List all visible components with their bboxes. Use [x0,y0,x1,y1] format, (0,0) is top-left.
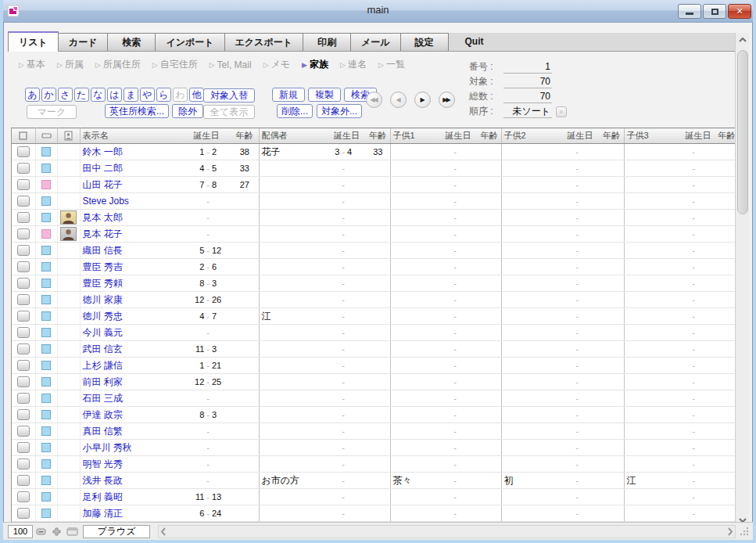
child3-birthday-field[interactable]: - [683,410,711,419]
display-name[interactable]: 伊達 政宗 [83,409,123,420]
record-button[interactable] [17,163,30,174]
child3-birthday-field[interactable]: - [683,229,711,239]
record-button[interactable] [17,245,30,256]
child2-birthday-field[interactable]: - [563,213,595,222]
child2-name-field[interactable] [501,275,561,292]
child3-birthday-field[interactable]: - [683,344,711,354]
tab-item[interactable]: 印刷 [303,33,351,51]
kana-filter-button[interactable]: ら [156,88,171,102]
zoom-in-button[interactable] [48,525,64,538]
spouse-name-field[interactable] [259,505,328,522]
duplicate-record-button[interactable]: 複製 [308,88,341,102]
mark-checkbox[interactable] [41,295,51,304]
mark-checkbox[interactable] [41,196,51,206]
child3-name-field[interactable] [624,177,680,193]
zoom-level-field[interactable]: 100 [8,525,33,538]
record-button[interactable] [17,311,30,322]
birthday-field[interactable]: 7-8 [185,180,226,189]
kana-filter-button[interactable]: や [140,88,155,102]
child3-name-field[interactable] [624,226,680,243]
child2-birthday-field[interactable]: - [563,147,595,156]
child1-name-field[interactable] [390,456,439,473]
mark-checkbox[interactable] [41,443,51,452]
child1-birthday-field[interactable]: - [441,476,473,485]
child2-name-field[interactable] [501,210,561,226]
mark-checkbox[interactable] [41,377,51,387]
mark-checkbox[interactable] [41,426,51,436]
english-address-search-button[interactable]: 英住所検索... [105,104,169,118]
spouse-birthday-field[interactable]: - [330,361,361,370]
birthday-field[interactable]: 12-25 [185,377,226,387]
display-name[interactable]: 見本 太郎 [83,212,123,223]
child2-name-field[interactable] [501,325,561,341]
spouse-name-field[interactable] [259,243,328,259]
spouse-birthday-field[interactable]: - [330,295,361,304]
child1-birthday-field[interactable]: - [441,164,473,173]
child1-birthday-field[interactable]: - [441,311,473,321]
mark-checkbox[interactable] [41,229,51,239]
spouse-name-field[interactable] [259,292,328,308]
child2-name-field[interactable] [501,292,561,308]
table-row[interactable]: 豊臣 秀吉 2-6 - - - - [12,259,737,275]
child1-birthday-field[interactable]: - [441,229,473,239]
child3-birthday-field[interactable]: - [683,361,711,370]
child1-birthday-field[interactable]: - [441,426,473,436]
mark-checkbox[interactable] [41,311,51,321]
birthday-field[interactable]: 11-3 [185,344,226,354]
table-row[interactable]: 真田 信繁 - - - - - [12,423,737,440]
tab-item[interactable]: 検索 [107,33,156,51]
delete-record-button[interactable]: 削除... [277,104,313,118]
birthday-field[interactable]: - [185,229,226,239]
birthday-field[interactable]: - [185,443,226,452]
mark-checkbox[interactable] [41,180,51,189]
spouse-name-field[interactable] [259,456,328,473]
child2-name-field[interactable] [501,423,561,440]
tab-item[interactable]: メール [350,33,401,51]
child1-name-field[interactable] [390,505,439,522]
birthday-field[interactable]: 2-6 [185,262,226,272]
record-button[interactable] [17,360,30,371]
display-name[interactable]: 小早川 秀秋 [83,442,132,453]
spouse-birthday-field[interactable]: - [330,344,361,354]
last-record-button[interactable]: ▶▶ [439,92,455,108]
birthday-field[interactable]: 4-5 [185,164,226,173]
mark-checkbox[interactable] [41,262,51,272]
mark-checkbox[interactable] [41,509,51,518]
record-button[interactable] [17,376,30,387]
record-button[interactable] [17,228,30,239]
display-name[interactable]: 織田 信長 [83,245,123,256]
table-row[interactable]: 浅井 長政 - お市の方 - 茶々 - 初 - 江 - [12,473,737,489]
child1-name-field[interactable] [390,144,439,160]
mark-checkbox[interactable] [41,492,51,502]
child2-birthday-field[interactable]: - [563,180,595,189]
child3-birthday-field[interactable]: - [683,443,711,452]
subtab-item[interactable]: ▷一覧 [378,58,405,71]
child2-birthday-field[interactable]: - [563,328,595,337]
spouse-name-field[interactable]: お市の方 [259,473,328,489]
hscroll-right-icon[interactable] [728,527,733,537]
prev-record-button[interactable]: ◀ [390,92,407,108]
mark-checkbox[interactable] [41,246,51,255]
subtab-item[interactable]: ▷所属住所 [95,58,141,71]
child2-name-field[interactable] [501,243,561,259]
child1-birthday-field[interactable]: - [441,262,473,272]
child3-name-field[interactable] [624,259,680,275]
spouse-name-field[interactable] [259,275,328,292]
birthday-field[interactable]: 1-2 [185,147,226,156]
display-name[interactable]: 浅井 長政 [83,475,123,486]
child1-name-field[interactable] [390,423,439,440]
spouse-name-field[interactable] [259,341,328,358]
child2-birthday-field[interactable]: - [563,344,595,354]
child2-birthday-field[interactable]: - [563,377,595,387]
child1-name-field[interactable] [390,177,439,193]
child3-birthday-field[interactable]: - [683,328,711,337]
child2-birthday-field[interactable]: - [563,262,595,272]
spouse-birthday-field[interactable]: - [330,509,361,518]
child1-birthday-field[interactable]: - [441,246,473,255]
child1-birthday-field[interactable]: - [441,328,473,337]
mark-checkbox[interactable] [41,328,51,337]
spouse-birthday-field[interactable]: - [330,377,361,387]
child1-name-field[interactable] [390,292,439,308]
child2-name-field[interactable] [501,193,561,210]
child3-birthday-field[interactable]: - [683,377,711,387]
